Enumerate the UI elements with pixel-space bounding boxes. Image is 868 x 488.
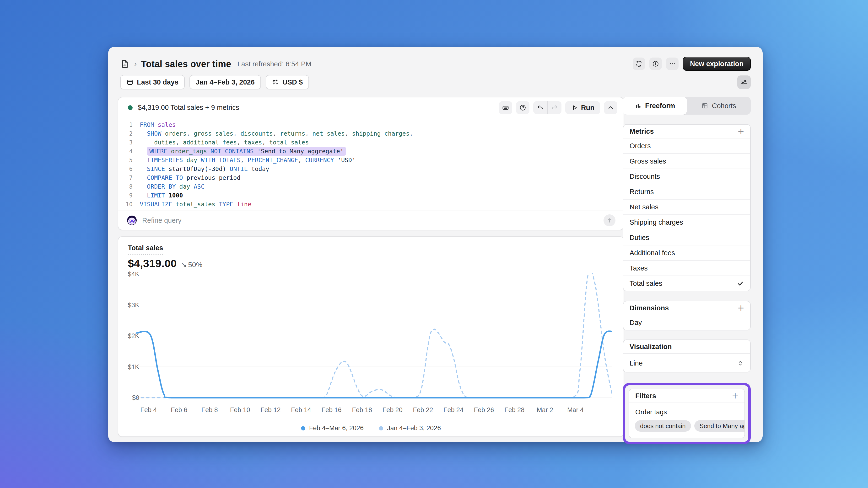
code-line-8[interactable]: 8 ORDER BY day ASC [122, 182, 619, 191]
last-refreshed: Last refreshed: 6:54 PM [238, 60, 312, 68]
metric-row-total-sales[interactable]: Total sales [623, 275, 750, 291]
metric-row-returns[interactable]: Returns [623, 184, 750, 199]
metrics-header: Metrics + [623, 125, 750, 138]
refresh-icon [635, 60, 643, 67]
x-tick-label: Feb 22 [413, 406, 433, 414]
metric-row-net-sales[interactable]: Net sales [623, 199, 750, 215]
query-editor-header: $4,319.00 Total sales + 9 metrics [118, 97, 624, 118]
line-number: 1 [122, 121, 133, 129]
add-filter-button[interactable]: + [732, 391, 738, 401]
display-options-button[interactable] [737, 75, 751, 89]
legend-item-current-period[interactable]: Feb 4–Mar 6, 2026 [301, 424, 364, 432]
y-tick-label: $0 [118, 394, 139, 401]
date-range-chip-label: Last 30 days [137, 78, 179, 86]
select-chevrons-icon [737, 360, 744, 367]
dimensions-panel: Dimensions + Day [623, 301, 751, 330]
line-number: 7 [122, 173, 133, 183]
metric-row-taxes[interactable]: Taxes [623, 260, 750, 275]
dimension-row-day[interactable]: Day [623, 315, 750, 330]
metric-label: Net sales [629, 203, 658, 211]
code-line-3[interactable]: 3 duties, additional_fees, taxes, total_… [122, 138, 619, 147]
line-number: 3 [122, 138, 133, 147]
visualization-select[interactable]: Line [623, 354, 750, 372]
legend-dot [379, 426, 383, 430]
exploration-card: › Total sales over time Last refreshed: … [108, 47, 763, 442]
x-tick-label: Feb 4 [140, 406, 157, 414]
x-tick-label: Feb 24 [443, 406, 464, 414]
submit-refine-button[interactable] [603, 215, 616, 226]
tab-cohorts[interactable]: Cohorts [687, 97, 751, 115]
check-icon [737, 280, 744, 287]
chevron-up-icon [607, 104, 614, 111]
status-dot [128, 105, 133, 110]
metric-row-orders[interactable]: Orders [623, 138, 750, 153]
metric-row-discounts[interactable]: Discounts [623, 168, 750, 184]
legend-label: Feb 4–Mar 6, 2026 [309, 424, 364, 432]
collapse-editor-button[interactable] [604, 101, 617, 114]
run-button[interactable]: Run [565, 101, 600, 114]
x-tick-label: Feb 14 [291, 406, 311, 414]
ellipsis-icon [669, 60, 676, 67]
undo-icon [537, 104, 544, 111]
code-editor[interactable]: 1FROM sales2 SHOW orders, gross_sales, d… [122, 120, 619, 209]
help-button[interactable] [516, 101, 529, 114]
refine-query-bar: Refine query [118, 210, 624, 230]
query-toolbar: Run [499, 101, 617, 114]
series-previous-period [136, 273, 612, 398]
tab-freeform[interactable]: Freeform [623, 97, 687, 115]
line-number: 8 [122, 183, 133, 191]
document-chart-icon [120, 59, 130, 69]
date-range-chip[interactable]: Last 30 days [120, 75, 185, 89]
redo-button[interactable] [548, 101, 561, 114]
query-editor-panel: $4,319.00 Total sales + 9 metrics [118, 97, 624, 230]
metric-row-additional-fees[interactable]: Additional fees [623, 245, 750, 260]
metric-row-shipping-charges[interactable]: Shipping charges [623, 215, 750, 230]
metric-label: Shipping charges [629, 219, 683, 226]
x-tick-label: Feb 12 [260, 406, 280, 414]
code-line-4[interactable]: 4 WHERE order_tags NOT CONTAINS 'Send to… [122, 147, 619, 156]
legend-item-previous-period[interactable]: Jan 4–Feb 3, 2026 [379, 424, 441, 432]
visualization-value: Line [629, 359, 643, 367]
code-line-1[interactable]: 1FROM sales [122, 120, 619, 129]
y-tick-label: $4K [118, 270, 139, 278]
dimensions-title: Dimensions [629, 304, 669, 312]
line-number: 5 [122, 156, 133, 165]
info-icon [652, 60, 659, 67]
add-dimension-button[interactable]: + [738, 303, 744, 313]
code-line-2[interactable]: 2 SHOW orders, gross_sales, discounts, r… [122, 129, 619, 138]
metric-row-duties[interactable]: Duties [623, 230, 750, 245]
more-actions-button[interactable] [666, 58, 679, 70]
keyboard-shortcuts-button[interactable] [499, 101, 512, 114]
metric-label: Total sales [629, 280, 662, 288]
compare-range-chip[interactable]: Jan 4–Feb 3, 2026 [189, 75, 261, 89]
undo-button[interactable] [533, 101, 547, 114]
sidekick-avatar [127, 215, 137, 225]
help-icon [519, 104, 526, 111]
code-line-5[interactable]: 5 TIMESERIES day WITH TOTALS, PERCENT_CH… [122, 156, 619, 164]
code-line-6[interactable]: 6 SINCE startOfDay(-30d) UNTIL today [122, 164, 619, 173]
filter-field-label: Order tags [629, 403, 744, 417]
add-metric-button[interactable]: + [738, 127, 744, 136]
calendar-icon [126, 78, 133, 86]
tab-freeform-label: Freeform [645, 102, 675, 110]
info-button[interactable] [649, 58, 662, 70]
run-label: Run [581, 104, 594, 112]
tab-cohorts-label: Cohorts [712, 102, 736, 110]
legend-label: Jan 4–Feb 3, 2026 [387, 424, 441, 432]
chart-total-value: $4,319.00 [128, 257, 177, 270]
metric-row-gross-sales[interactable]: Gross sales [623, 153, 750, 168]
code-line-7[interactable]: 7 COMPARE TO previous_period [122, 173, 619, 182]
refresh-button[interactable] [633, 58, 645, 70]
metrics-title: Metrics [629, 128, 654, 135]
new-exploration-button[interactable]: New exploration [683, 57, 751, 71]
refine-query-input[interactable]: Refine query [142, 217, 603, 224]
filter-chip-send-to-many-aggr-[interactable]: Send to Many aggr... [694, 420, 745, 432]
legend-dot [301, 426, 305, 430]
currency-chip[interactable]: USD $ [266, 75, 309, 89]
filter-chip-does-not-contain[interactable]: does not contain [635, 420, 691, 432]
code-line-9[interactable]: 9 LIMIT 1000 [122, 191, 619, 200]
chart-panel: Total sales $4,319.00 ↘ 50% $0$1K$2K$3K$… [118, 236, 624, 437]
code-line-10[interactable]: 10VISUALIZE total_sales TYPE line [122, 200, 619, 209]
y-tick-label: $1K [118, 363, 139, 371]
filters-header: Filters + [629, 389, 744, 403]
